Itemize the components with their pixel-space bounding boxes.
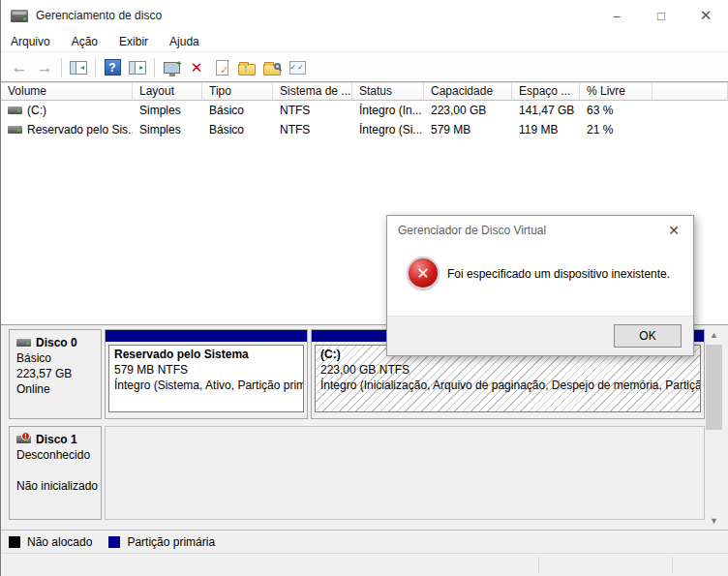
header-filler — [652, 82, 728, 101]
toolbar: ← → ◂ ? ▸ + ✕ ✓ ↑ ✓✓ — [1, 53, 728, 82]
volume-icon — [8, 106, 22, 114]
status-bar — [1, 553, 728, 576]
help-icon[interactable]: ? — [101, 56, 124, 79]
disk1-name: Disco 1 — [36, 432, 77, 447]
volume-list-header: Volume Layout Tipo Sistema de ... Status… — [1, 82, 728, 101]
scrollbar-thumb[interactable] — [706, 345, 722, 430]
scroll-up-icon[interactable]: ▲ — [706, 326, 722, 343]
open-folder-icon[interactable]: ↑ — [235, 56, 258, 79]
delete-icon[interactable]: ✕ — [185, 56, 208, 79]
unallocated-swatch — [9, 536, 20, 548]
menu-ajuda[interactable]: Ajuda — [159, 31, 210, 52]
vertical-scrollbar[interactable]: ▲ ▼ — [706, 326, 722, 529]
menu-acao[interactable]: Ação — [61, 31, 108, 52]
dialog-title-bar: Gerenciador de Disco Virtual ✕ — [387, 216, 693, 244]
maximize-button[interactable]: □ — [639, 0, 683, 31]
header-volume[interactable]: Volume — [1, 82, 133, 101]
disk1-type: Desconhecido — [16, 447, 101, 463]
back-icon[interactable]: ← — [8, 56, 31, 79]
dialog-body: ✕ Foi especificado um dispositivo inexis… — [387, 244, 693, 318]
toolbar-separator — [95, 58, 96, 77]
error-icon: ✕ — [407, 257, 440, 289]
primary-partition-bar — [106, 330, 307, 342]
toolbar-separator — [61, 58, 62, 77]
disk0-type: Básico — [16, 350, 101, 366]
menu-exibir[interactable]: Exibir — [108, 31, 159, 52]
disk1-status: Não inicializado — [16, 478, 101, 494]
find-folder-icon[interactable] — [260, 56, 284, 79]
disk0-size: 223,57 GB — [16, 366, 101, 381]
legend-unallocated-label: Não alocado — [27, 535, 92, 549]
menu-bar: Arquivo Ação Exibir Ajuda — [1, 31, 728, 52]
dialog-title: Gerenciador de Disco Virtual — [398, 224, 546, 237]
disk-app-icon — [11, 10, 28, 22]
virtual-disk-manager-dialog: Gerenciador de Disco Virtual ✕ ✕ Foi esp… — [386, 215, 694, 356]
window-title: Gerenciamento de disco — [36, 9, 162, 22]
dialog-close-icon[interactable]: ✕ — [664, 221, 683, 240]
volume-icon — [8, 126, 22, 134]
partition-reservado[interactable]: Reservado pelo Sistema 579 MB NTFS Ínteg… — [105, 329, 308, 419]
header-layout[interactable]: Layout — [133, 82, 202, 101]
header-tipo[interactable]: Tipo — [202, 82, 273, 101]
close-button[interactable]: ✕ — [683, 0, 728, 31]
show-action-pane-icon[interactable]: ▸ — [126, 56, 149, 79]
disk1-label-panel[interactable]: !Disco 1 Desconhecido Não inicializado — [9, 426, 102, 520]
task-list-icon[interactable]: ✓✓ — [286, 56, 309, 79]
menu-arquivo[interactable]: Arquivo — [1, 31, 61, 52]
forward-icon[interactable]: → — [33, 56, 56, 79]
primary-partition-swatch — [108, 536, 120, 548]
disk0-status: Online — [16, 381, 101, 397]
header-sistema[interactable]: Sistema de ... — [273, 82, 352, 101]
window-controls: – □ ✕ — [594, 0, 728, 31]
toolbar-separator — [154, 58, 155, 77]
minimize-button[interactable]: – — [594, 0, 639, 31]
error-badge-icon: ! — [21, 432, 30, 440]
disk0-name: Disco 0 — [36, 335, 77, 350]
disk-error-icon: ! — [16, 436, 31, 443]
legend-bar: Não alocado Partição primária — [1, 530, 728, 553]
header-capacidade[interactable]: Capacidade — [424, 82, 512, 101]
header-espaco[interactable]: Espaço ... — [512, 82, 580, 101]
disk1-unallocated-area[interactable] — [105, 426, 705, 520]
volume-row-c[interactable]: (C:) Simples Básico NTFS Íntegro (In... … — [1, 101, 728, 120]
disk-icon — [16, 339, 31, 347]
header-status[interactable]: Status — [352, 82, 424, 101]
rescan-disks-icon[interactable]: + — [160, 56, 183, 79]
volume-row-reservado[interactable]: Reservado pelo Sis... Simples Básico NTF… — [1, 120, 728, 139]
show-console-tree-icon[interactable]: ◂ — [67, 56, 90, 79]
title-bar: Gerenciamento de disco – □ ✕ — [1, 0, 728, 31]
disk-management-window: Gerenciamento de disco – □ ✕ Arquivo Açã… — [0, 0, 728, 576]
magnifier-icon — [274, 63, 281, 70]
properties-icon[interactable]: ✓ — [210, 56, 233, 79]
legend-primary-label: Partição primária — [127, 535, 215, 549]
scroll-down-icon[interactable]: ▼ — [706, 512, 722, 529]
disk0-label-panel[interactable]: Disco 0 Básico 223,57 GB Online — [9, 329, 102, 419]
dialog-footer: OK — [387, 316, 693, 355]
ok-button[interactable]: OK — [614, 324, 682, 348]
dialog-message: Foi especificado um dispositivo inexiste… — [447, 267, 670, 281]
header-livre[interactable]: % Livre — [580, 82, 652, 101]
